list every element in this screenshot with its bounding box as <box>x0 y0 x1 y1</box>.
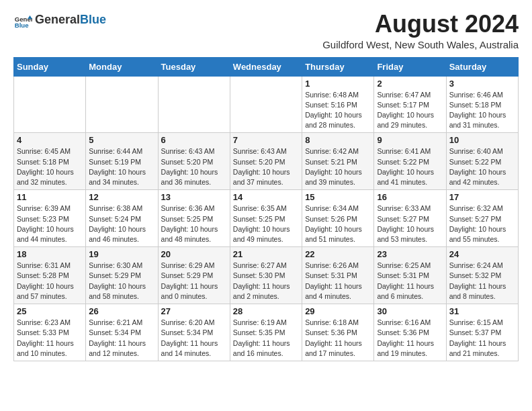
calendar-cell: 6Sunrise: 6:43 AMSunset: 5:20 PMDaylight… <box>158 133 230 190</box>
day-number: 21 <box>233 249 299 259</box>
day-number: 6 <box>161 135 227 145</box>
logo-blue: Blue <box>80 13 106 26</box>
day-info: Sunrise: 6:48 AMSunset: 5:16 PMDaylight:… <box>305 90 371 131</box>
day-number: 2 <box>377 79 443 89</box>
day-number: 15 <box>305 192 371 202</box>
day-number: 23 <box>377 249 443 259</box>
day-info: Sunrise: 6:31 AMSunset: 5:28 PMDaylight:… <box>17 261 83 302</box>
day-number: 5 <box>89 135 154 145</box>
calendar-cell: 3Sunrise: 6:46 AMSunset: 5:18 PMDaylight… <box>446 76 518 133</box>
day-info: Sunrise: 6:33 AMSunset: 5:27 PMDaylight:… <box>377 203 443 244</box>
day-info: Sunrise: 6:19 AMSunset: 5:35 PMDaylight:… <box>233 318 299 359</box>
calendar-cell: 10Sunrise: 6:40 AMSunset: 5:22 PMDayligh… <box>446 133 518 190</box>
logo-text: GeneralBlue <box>35 13 106 27</box>
day-number: 30 <box>377 306 443 316</box>
calendar-cell: 7Sunrise: 6:43 AMSunset: 5:20 PMDaylight… <box>230 133 302 190</box>
page-header: General Blue GeneralBlue August 2024 Gui… <box>13 11 519 50</box>
calendar-cell: 27Sunrise: 6:20 AMSunset: 5:34 PMDayligh… <box>158 304 230 361</box>
day-info: Sunrise: 6:24 AMSunset: 5:32 PMDaylight:… <box>449 261 515 302</box>
weekday-saturday: Saturday <box>446 57 518 76</box>
day-number: 27 <box>161 306 227 316</box>
day-info: Sunrise: 6:39 AMSunset: 5:23 PMDaylight:… <box>17 203 83 244</box>
weekday-thursday: Thursday <box>302 57 374 76</box>
week-row-1: 1Sunrise: 6:48 AMSunset: 5:16 PMDaylight… <box>14 76 519 133</box>
day-info: Sunrise: 6:42 AMSunset: 5:21 PMDaylight:… <box>305 146 371 187</box>
calendar-cell: 25Sunrise: 6:23 AMSunset: 5:33 PMDayligh… <box>14 304 86 361</box>
day-number: 7 <box>233 135 299 145</box>
day-number: 9 <box>377 135 443 145</box>
calendar-cell: 26Sunrise: 6:21 AMSunset: 5:34 PMDayligh… <box>86 304 158 361</box>
day-info: Sunrise: 6:29 AMSunset: 5:29 PMDaylight:… <box>161 261 227 302</box>
day-number: 19 <box>89 249 154 259</box>
day-number: 31 <box>449 306 515 316</box>
weekday-tuesday: Tuesday <box>158 57 230 76</box>
day-number: 28 <box>233 306 299 316</box>
title-block: August 2024 Guildford West, New South Wa… <box>322 11 519 50</box>
weekday-monday: Monday <box>86 57 158 76</box>
day-info: Sunrise: 6:21 AMSunset: 5:34 PMDaylight:… <box>89 318 154 359</box>
calendar-cell: 28Sunrise: 6:19 AMSunset: 5:35 PMDayligh… <box>230 304 302 361</box>
day-info: Sunrise: 6:32 AMSunset: 5:27 PMDaylight:… <box>449 203 515 244</box>
calendar-cell: 18Sunrise: 6:31 AMSunset: 5:28 PMDayligh… <box>14 247 86 304</box>
day-info: Sunrise: 6:43 AMSunset: 5:20 PMDaylight:… <box>233 146 299 187</box>
svg-text:Blue: Blue <box>15 21 29 29</box>
calendar-cell <box>86 76 158 133</box>
day-info: Sunrise: 6:47 AMSunset: 5:17 PMDaylight:… <box>377 90 443 131</box>
day-number: 11 <box>17 192 83 202</box>
weekday-sunday: Sunday <box>14 57 86 76</box>
day-number: 22 <box>305 249 371 259</box>
day-number: 1 <box>305 79 371 89</box>
logo-general: General <box>35 13 80 26</box>
day-number: 17 <box>449 192 515 202</box>
week-row-3: 11Sunrise: 6:39 AMSunset: 5:23 PMDayligh… <box>14 190 519 247</box>
calendar-cell: 19Sunrise: 6:30 AMSunset: 5:29 PMDayligh… <box>86 247 158 304</box>
calendar-cell: 22Sunrise: 6:26 AMSunset: 5:31 PMDayligh… <box>302 247 374 304</box>
weekday-wednesday: Wednesday <box>230 57 302 76</box>
day-info: Sunrise: 6:26 AMSunset: 5:31 PMDaylight:… <box>305 261 371 302</box>
weekday-friday: Friday <box>374 57 446 76</box>
day-info: Sunrise: 6:34 AMSunset: 5:26 PMDaylight:… <box>305 203 371 244</box>
calendar-cell: 23Sunrise: 6:25 AMSunset: 5:31 PMDayligh… <box>374 247 446 304</box>
calendar-cell: 9Sunrise: 6:41 AMSunset: 5:22 PMDaylight… <box>374 133 446 190</box>
calendar-cell: 21Sunrise: 6:27 AMSunset: 5:30 PMDayligh… <box>230 247 302 304</box>
day-info: Sunrise: 6:44 AMSunset: 5:19 PMDaylight:… <box>89 146 154 187</box>
day-number: 4 <box>17 135 83 145</box>
calendar-cell: 17Sunrise: 6:32 AMSunset: 5:27 PMDayligh… <box>446 190 518 247</box>
day-info: Sunrise: 6:20 AMSunset: 5:34 PMDaylight:… <box>161 318 227 359</box>
day-info: Sunrise: 6:35 AMSunset: 5:25 PMDaylight:… <box>233 203 299 244</box>
week-row-5: 25Sunrise: 6:23 AMSunset: 5:33 PMDayligh… <box>14 304 519 361</box>
calendar-cell: 1Sunrise: 6:48 AMSunset: 5:16 PMDaylight… <box>302 76 374 133</box>
logo-icon: General Blue <box>13 11 32 30</box>
weekday-header-row: SundayMondayTuesdayWednesdayThursdayFrid… <box>14 57 519 76</box>
day-number: 3 <box>449 79 515 89</box>
month-year: August 2024 <box>322 11 519 38</box>
day-info: Sunrise: 6:46 AMSunset: 5:18 PMDaylight:… <box>449 90 515 131</box>
calendar-cell: 4Sunrise: 6:45 AMSunset: 5:18 PMDaylight… <box>14 133 86 190</box>
day-info: Sunrise: 6:18 AMSunset: 5:36 PMDaylight:… <box>305 318 371 359</box>
calendar-cell <box>230 76 302 133</box>
day-number: 14 <box>233 192 299 202</box>
calendar-cell: 20Sunrise: 6:29 AMSunset: 5:29 PMDayligh… <box>158 247 230 304</box>
day-info: Sunrise: 6:25 AMSunset: 5:31 PMDaylight:… <box>377 261 443 302</box>
calendar-cell: 31Sunrise: 6:15 AMSunset: 5:37 PMDayligh… <box>446 304 518 361</box>
location: Guildford West, New South Wales, Austral… <box>322 39 519 50</box>
day-info: Sunrise: 6:15 AMSunset: 5:37 PMDaylight:… <box>449 318 515 359</box>
calendar-cell: 30Sunrise: 6:16 AMSunset: 5:36 PMDayligh… <box>374 304 446 361</box>
day-number: 12 <box>89 192 154 202</box>
logo: General Blue GeneralBlue <box>13 11 106 30</box>
week-row-4: 18Sunrise: 6:31 AMSunset: 5:28 PMDayligh… <box>14 247 519 304</box>
day-info: Sunrise: 6:43 AMSunset: 5:20 PMDaylight:… <box>161 146 227 187</box>
day-number: 10 <box>449 135 515 145</box>
day-info: Sunrise: 6:27 AMSunset: 5:30 PMDaylight:… <box>233 261 299 302</box>
week-row-2: 4Sunrise: 6:45 AMSunset: 5:18 PMDaylight… <box>14 133 519 190</box>
day-number: 25 <box>17 306 83 316</box>
calendar-cell: 24Sunrise: 6:24 AMSunset: 5:32 PMDayligh… <box>446 247 518 304</box>
calendar: SundayMondayTuesdayWednesdayThursdayFrid… <box>13 57 519 361</box>
calendar-cell <box>158 76 230 133</box>
calendar-cell: 16Sunrise: 6:33 AMSunset: 5:27 PMDayligh… <box>374 190 446 247</box>
day-number: 16 <box>377 192 443 202</box>
day-info: Sunrise: 6:38 AMSunset: 5:24 PMDaylight:… <box>89 203 154 244</box>
calendar-cell: 29Sunrise: 6:18 AMSunset: 5:36 PMDayligh… <box>302 304 374 361</box>
calendar-cell: 15Sunrise: 6:34 AMSunset: 5:26 PMDayligh… <box>302 190 374 247</box>
day-info: Sunrise: 6:40 AMSunset: 5:22 PMDaylight:… <box>449 146 515 187</box>
